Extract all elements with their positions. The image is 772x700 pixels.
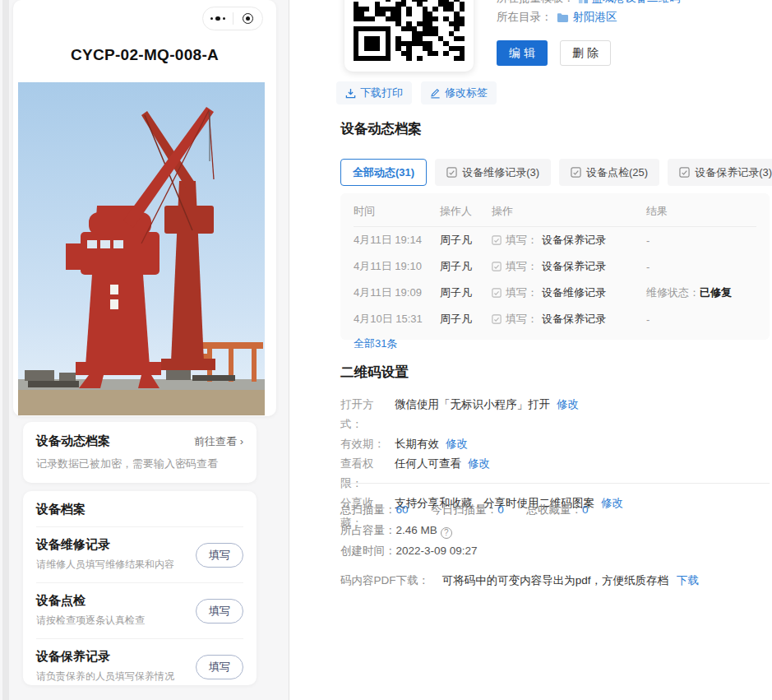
fill-button[interactable]: 填写 (196, 599, 243, 624)
chevron-right-icon: › (240, 435, 243, 447)
modify-link[interactable]: 修改 (468, 454, 490, 494)
pdf-download-link[interactable]: 下载 (677, 574, 699, 586)
qr-code-image (354, 0, 465, 61)
template-icon (578, 0, 589, 4)
row-time: 4月11日 19:10 (354, 253, 440, 280)
batch-template-link[interactable]: 盐城港设备二维码 (592, 0, 681, 6)
records-table-block: 时间 操作人 操作 结果 4月11日 19:14周子凡填写：设备保养记录-4月1… (340, 193, 770, 340)
preview-top-card: CYCP-02-MQ-008-A (13, 0, 276, 416)
stats-section: 总扫描量：60 今日扫描量：0 总收藏量：0 所占容量：2.46 MB? 创建时… (340, 499, 770, 561)
qr-action-buttons: 编 辑 删 除 (497, 40, 611, 66)
storage-row: 所占容量：2.46 MB? (340, 520, 770, 540)
all-records-link[interactable]: 全部31条 (354, 336, 397, 351)
pdf-download-row: 码内容PDF下载： 可将码中的可变内容导出为pdf，方便纸质存档 下载 (340, 573, 699, 588)
row-operator: 周子凡 (440, 227, 492, 254)
setting-validity: 有效期： 长期有效 修改 (340, 434, 770, 454)
tab-maintenance-records[interactable]: 设备保养记录(3) (668, 159, 772, 186)
more-icon[interactable] (203, 16, 233, 21)
scrollbar-track[interactable] (2, 0, 9, 700)
row-action: 填写：设备保养记录 (492, 233, 646, 248)
records-heading: 设备动态档案 (340, 120, 770, 138)
device-archive-card: 设备档案 设备维修记录 请维修人员填写维修结果和内容 填写 设备点检 请按检查项… (23, 491, 257, 685)
miniprogram-capsule[interactable] (202, 7, 263, 30)
row-time: 4月10日 15:31 (354, 306, 440, 332)
qr-code-card (344, 0, 474, 72)
row-action: 填写：设备维修记录 (492, 285, 646, 300)
table-row: 4月11日 19:14周子凡填写：设备保养记录- (354, 227, 756, 254)
storage-value: 2.46 MB (396, 524, 437, 536)
form-icon (492, 235, 502, 245)
tab-inspection-records[interactable]: 设备点检(25) (559, 159, 659, 186)
qr-settings-heading: 二维码设置 (340, 364, 770, 382)
tab-repair-records[interactable]: 设备维修记录(3) (435, 159, 551, 186)
edit-button[interactable]: 编 辑 (497, 40, 548, 66)
row-action: 填写：设备保养记录 (492, 259, 646, 274)
records-table: 时间 操作人 操作 结果 4月11日 19:14周子凡填写：设备保养记录-4月1… (354, 195, 756, 332)
row-result: - (646, 227, 756, 254)
table-row: 4月10日 15:31周子凡填写：设备保养记录- (354, 306, 756, 332)
row-operator: 周子凡 (440, 306, 492, 332)
list-item-maintenance: 设备保养记录 请负责保养的人员填写保养情况 填写 (36, 639, 243, 694)
download-print-button[interactable]: 下载打印 (336, 81, 412, 104)
list-item-inspection: 设备点检 请按检查项逐条认真检查 填写 (36, 583, 243, 639)
directory-link[interactable]: 射阳港区 (573, 10, 617, 25)
close-target-icon[interactable] (233, 13, 263, 24)
port-crane-illustration (18, 82, 265, 415)
folder-icon (557, 12, 569, 23)
form-icon (492, 262, 502, 271)
go-view-link[interactable]: 前往查看 › (194, 434, 243, 449)
modify-link[interactable]: 修改 (557, 395, 579, 434)
tab-all-records[interactable]: 全部动态(31) (340, 159, 427, 186)
created-row: 创建时间：2022-3-09 09:27 (340, 540, 770, 561)
setting-open-mode: 打开方式： 微信使用「无标识小程序」打开 修改 (340, 395, 770, 434)
device-photo (18, 82, 265, 415)
favorite-total-value: 0 (582, 503, 589, 516)
row-operator: 周子凡 (440, 253, 492, 280)
form-icon (679, 167, 690, 178)
scan-today-value: 0 (497, 503, 504, 516)
created-time-value: 2022-3-09 09:27 (396, 545, 478, 557)
device-archive-title: 设备档案 (36, 491, 243, 527)
edit-label-button[interactable]: 修改标签 (421, 81, 497, 104)
row-time: 4月11日 19:14 (354, 227, 440, 254)
setting-view-permission: 查看权限： 任何人可查看 修改 (340, 454, 770, 494)
row-result: 维修状态：已修复 (646, 280, 756, 306)
scan-total-value: 60 (396, 503, 409, 516)
dynamic-archive-card: 设备动态档案 前往查看 › 记录数据已被加密，需要输入密码查看 (23, 422, 257, 483)
row-time: 4月11日 19:09 (354, 280, 440, 306)
records-tabs: 全部动态(31) 设备维修记录(3) 设备点检(25) (340, 159, 770, 186)
row-result: - (646, 253, 756, 280)
fill-button[interactable]: 填写 (196, 543, 243, 568)
directory-row: 所在目录： 射阳港区 (497, 10, 617, 25)
list-item-repair: 设备维修记录 请维修人员填写维修结果和内容 填写 (36, 527, 243, 583)
dynamic-archive-title: 设备动态档案 (36, 433, 110, 449)
detail-panel: 所在批量模板： 盐城港设备二维码 所在目录： 射阳港区 编 辑 删 除 下载打印… (290, 0, 772, 700)
row-result: - (646, 306, 756, 332)
table-row: 4月11日 19:10周子凡填写：设备保养记录- (354, 253, 756, 280)
form-icon (571, 167, 581, 178)
device-code-title: CYCP-02-MQ-008-A (13, 46, 276, 64)
row-operator: 周子凡 (440, 280, 492, 306)
encrypted-hint-text: 记录数据已被加密，需要输入密码查看 (36, 457, 243, 471)
modify-link[interactable]: 修改 (446, 434, 468, 454)
form-icon (446, 167, 457, 178)
form-icon (492, 288, 502, 298)
phone-preview-panel: CYCP-02-MQ-008-A (0, 0, 289, 700)
table-row: 4月11日 19:09周子凡填写：设备维修记录维修状态：已修复 (354, 280, 756, 306)
scan-stats-row: 总扫描量：60 今日扫描量：0 总收藏量：0 (340, 499, 770, 520)
pencil-icon (430, 88, 441, 99)
download-icon (345, 88, 356, 99)
help-icon[interactable]: ? (441, 527, 452, 539)
qr-secondary-actions: 下载打印 修改标签 (336, 81, 497, 104)
fill-button[interactable]: 填写 (196, 655, 243, 679)
section-divider (340, 483, 770, 484)
dynamic-records-section: 设备动态档案 全部动态(31) 设备维修记录(3) 设备点检(25) (340, 120, 770, 340)
row-action: 填写：设备保养记录 (492, 312, 646, 327)
form-icon (492, 314, 502, 324)
delete-button[interactable]: 删 除 (560, 40, 611, 66)
batch-template-row: 所在批量模板： 盐城港设备二维码 (497, 0, 681, 6)
